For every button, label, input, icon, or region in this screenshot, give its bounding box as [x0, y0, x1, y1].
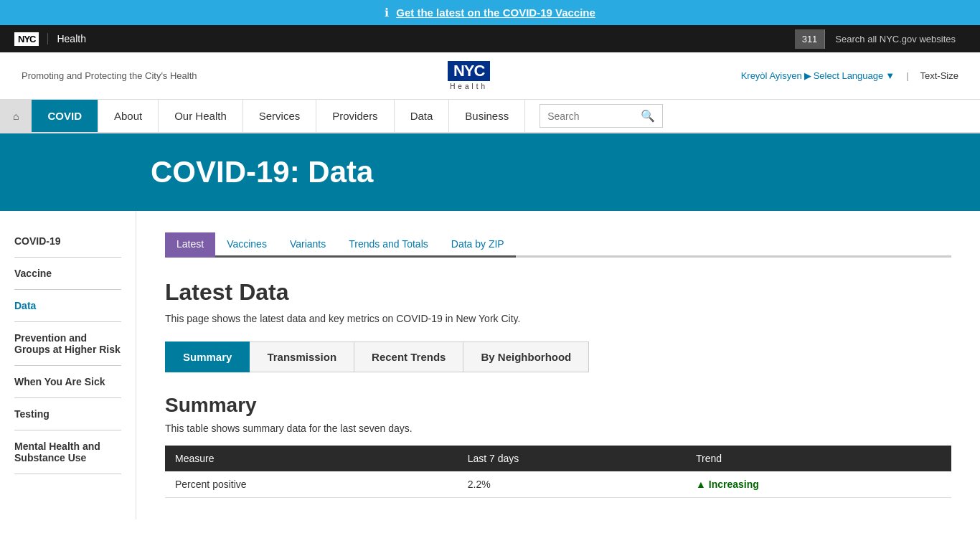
- search-all-label[interactable]: Search all NYC.gov websites: [825, 29, 966, 49]
- sidebar-link-covid19[interactable]: COVID-19: [14, 235, 61, 247]
- language-selector[interactable]: Kreyòl Ayisyen ▶ Select Language ▼: [741, 70, 895, 81]
- table-header-last7: Last 7 days: [458, 446, 686, 471]
- trend-cell: ▲ Increasing: [686, 471, 951, 498]
- divider: |: [906, 70, 908, 81]
- home-icon: ⌂: [13, 110, 19, 122]
- language-label: Kreyòl Ayisyen: [741, 70, 802, 81]
- nav-item-covid[interactable]: COVID: [32, 100, 98, 132]
- sidebar-link-when-sick[interactable]: When You Are Sick: [14, 376, 105, 387]
- tab-data-by-zip[interactable]: Data by ZIP: [440, 232, 516, 258]
- nav-item-services[interactable]: Services: [243, 100, 317, 132]
- sidebar-link-vaccine[interactable]: Vaccine: [14, 268, 52, 279]
- tab-latest[interactable]: Latest: [165, 232, 215, 258]
- subtab-recent-trends[interactable]: Recent Trends: [354, 342, 463, 372]
- sidebar-link-data[interactable]: Data: [14, 300, 36, 311]
- top-bar-right: 311 Search all NYC.gov websites: [795, 29, 966, 49]
- sidebar-item-vaccine[interactable]: Vaccine: [14, 258, 121, 290]
- summary-heading: Summary: [165, 394, 951, 417]
- summary-table: Measure Last 7 days Trend Percent positi…: [165, 446, 951, 498]
- page-title: COVID-19: Data: [151, 155, 958, 189]
- text-size-control[interactable]: Text-Size: [920, 70, 958, 81]
- sidebar-link-prevention[interactable]: Prevention and Groups at Higher Risk: [14, 332, 121, 355]
- sidebar-item-mental-health[interactable]: Mental Health and Substance Use: [14, 430, 121, 474]
- dropdown-icon: ▼: [885, 70, 895, 81]
- sidebar-link-testing[interactable]: Testing: [14, 408, 50, 420]
- latest-data-desc: This page shows the latest data and key …: [165, 313, 951, 324]
- nav-item-our-health[interactable]: Our Health: [159, 100, 243, 132]
- nav-item-providers[interactable]: Providers: [316, 100, 394, 132]
- latest-data-heading: Latest Data: [165, 279, 951, 306]
- chevron-right-icon: ▶: [804, 70, 811, 81]
- table-row: Percent positive 2.2% ▲ Increasing: [165, 471, 951, 498]
- sidebar-item-prevention[interactable]: Prevention and Groups at Higher Risk: [14, 322, 121, 366]
- top-bar: NYC Health 311 Search all NYC.gov websit…: [0, 25, 980, 52]
- sidebar-item-when-sick[interactable]: When You Are Sick: [14, 366, 121, 398]
- nyc-health-logo: NYC Health: [448, 61, 490, 90]
- search-icon[interactable]: 🔍: [641, 109, 655, 123]
- sidebar-item-covid19[interactable]: COVID-19: [14, 225, 121, 258]
- tab-vaccines[interactable]: Vaccines: [215, 232, 278, 258]
- subtab-transmission[interactable]: Transmission: [250, 342, 354, 372]
- select-language-label[interactable]: Select Language: [814, 70, 884, 81]
- nav-item-about[interactable]: About: [98, 100, 159, 132]
- nyc-logo-blue: NYC: [448, 61, 490, 81]
- nav-search-box[interactable]: 🔍: [540, 104, 663, 128]
- table-header-measure: Measure: [165, 446, 458, 471]
- tab-variants[interactable]: Variants: [278, 232, 337, 258]
- top-bar-left: NYC Health: [14, 32, 86, 46]
- sidebar: COVID-19 Vaccine Data Prevention and Gro…: [0, 211, 136, 519]
- subtab-summary[interactable]: Summary: [165, 342, 250, 372]
- department-label: Health: [47, 33, 85, 44]
- last7-cell: 2.2%: [458, 471, 686, 498]
- main-nav: ⌂ COVID About Our Health Services Provid…: [0, 100, 980, 133]
- subtab-by-neighborhood[interactable]: By Neighborhood: [463, 342, 589, 372]
- tab-trends-totals[interactable]: Trends and Totals: [337, 232, 440, 258]
- main-content: COVID-19 Vaccine Data Prevention and Gro…: [0, 211, 980, 519]
- site-tagline: Promoting and Protecting the City's Heal…: [22, 70, 197, 81]
- data-tabs: Latest Vaccines Variants Trends and Tota…: [165, 232, 951, 258]
- sidebar-item-data[interactable]: Data: [14, 290, 121, 322]
- health-logo-sub: Health: [450, 83, 488, 90]
- alert-banner: ℹ Get the latest on the COVID-19 Vaccine: [0, 0, 980, 25]
- site-header: Promoting and Protecting the City's Heal…: [0, 52, 980, 100]
- content-area: Latest Vaccines Variants Trends and Tota…: [136, 211, 980, 519]
- page-hero: COVID-19: Data: [0, 133, 980, 211]
- measure-cell: Percent positive: [165, 471, 458, 498]
- alert-link[interactable]: Get the latest on the COVID-19 Vaccine: [396, 6, 595, 19]
- nav-item-data[interactable]: Data: [395, 100, 450, 132]
- nav-item-business[interactable]: Business: [449, 100, 525, 132]
- header-right: Kreyòl Ayisyen ▶ Select Language ▼ | Tex…: [741, 70, 958, 81]
- info-icon: ℹ: [385, 6, 389, 19]
- table-header-trend: Trend: [686, 446, 951, 471]
- nyc-logo: NYC: [14, 32, 39, 46]
- search-input[interactable]: [547, 110, 641, 122]
- summary-desc: This table shows summary data for the la…: [165, 423, 951, 434]
- phone-311[interactable]: 311: [795, 29, 826, 49]
- sub-tabs: Summary Transmission Recent Trends By Ne…: [165, 342, 951, 372]
- sidebar-item-testing[interactable]: Testing: [14, 398, 121, 430]
- nav-home-button[interactable]: ⌂: [0, 100, 32, 132]
- sidebar-link-mental-health[interactable]: Mental Health and Substance Use: [14, 441, 100, 463]
